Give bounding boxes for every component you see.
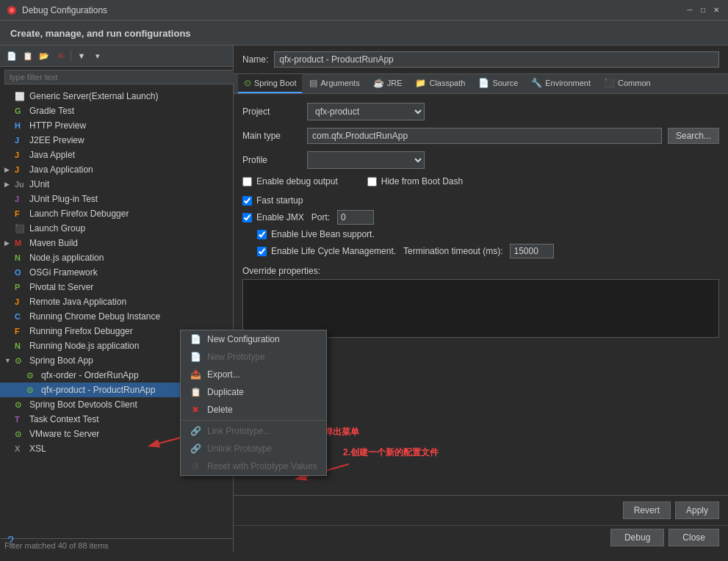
title-bar: Debug Configurations ─ □ ✕: [0, 0, 728, 21]
window-icon: [6, 4, 18, 16]
close-btn[interactable]: ✕: [710, 5, 722, 15]
port-label: Port:: [311, 212, 330, 222]
tree-item-pivotal[interactable]: PPivotal tc Server: [0, 280, 233, 294]
duplicate-btn[interactable]: 📋: [21, 48, 35, 63]
fast-startup-label: Fast startup: [256, 195, 303, 206]
tree-item-launch-group[interactable]: ⬛Launch Group: [0, 221, 233, 236]
tree-item-chrome-debug[interactable]: CRunning Chrome Debug Instance: [0, 309, 233, 324]
help-icon[interactable]: ?: [7, 535, 14, 548]
hide-boot-dash-checkbox[interactable]: [367, 177, 377, 187]
right-panel: Name: ⊙Spring Boot▤Arguments☕JRE📁Classpa…: [234, 46, 728, 552]
tab-classpath[interactable]: 📁Classpath: [409, 74, 471, 93]
revert-apply-row: Revert Apply: [234, 495, 728, 525]
tree-item-http-preview[interactable]: HHTTP Preview: [0, 118, 233, 133]
debug-button[interactable]: Debug: [610, 529, 664, 546]
project-label: Project: [242, 106, 301, 117]
tree-item-j2ee-preview[interactable]: JJ2EE Preview: [0, 133, 233, 148]
context-menu-item-reset-prototype: ↺Reset with Prototype Values: [181, 457, 326, 475]
main-subtitle: Create, manage, and run configurations: [10, 28, 191, 39]
context-menu-item-link-prototype: 🔗Link Prototype...: [181, 422, 326, 440]
filter-btn[interactable]: ▼: [74, 48, 89, 63]
tree-item-java-application[interactable]: ▶JJava Application: [0, 162, 233, 177]
revert-button[interactable]: Revert: [623, 502, 671, 519]
tree-item-generic-server[interactable]: ⬜Generic Server(External Launch): [0, 89, 233, 104]
toolbar: 📄 📋 📂 ✕ ▼ ▾: [0, 46, 233, 67]
context-menu-item-export[interactable]: 📤Export...: [181, 366, 326, 383]
tab-jre[interactable]: ☕JRE: [367, 74, 408, 93]
svg-point-1: [10, 8, 14, 12]
context-menu-item-new-config[interactable]: 📄New Configuration: [181, 330, 326, 348]
context-menu: 📄New Configuration📄New Prototype📤Export.…: [180, 330, 327, 476]
termination-timeout-label: Termination timeout (ms):: [403, 246, 502, 256]
apply-button[interactable]: Apply: [675, 502, 719, 519]
enable-debug-checkbox[interactable]: [242, 177, 252, 187]
tree-item-remote-java[interactable]: JRemote Java Application: [0, 294, 233, 309]
tree-item-launch-firefox[interactable]: FLaunch Firefox Debugger: [0, 206, 233, 221]
lifecycle-label: Enable Life Cycle Management.: [271, 246, 396, 256]
context-menu-item-new-prototype: 📄New Prototype: [181, 348, 326, 366]
project-select[interactable]: qfx-product: [307, 103, 425, 120]
filter-input[interactable]: [4, 70, 237, 84]
main-header: Create, manage, and run configurations: [0, 21, 728, 46]
port-input[interactable]: [337, 210, 374, 225]
live-bean-checkbox[interactable]: [257, 230, 267, 239]
tabs-row: ⊙Spring Boot▤Arguments☕JRE📁Classpath📄Sou…: [234, 74, 728, 94]
context-menu-item-duplicate[interactable]: 📋Duplicate: [181, 383, 326, 401]
live-bean-label: Enable Live Bean support.: [271, 229, 375, 239]
close-button[interactable]: Close: [668, 529, 719, 546]
context-menu-item-unlink-prototype: 🔗Unlink Prototype: [181, 440, 326, 457]
hide-boot-dash-label: Hide from Boot Dash: [381, 176, 463, 187]
search-button[interactable]: Search...: [668, 128, 719, 144]
profile-select[interactable]: [307, 151, 425, 169]
override-area: [242, 279, 719, 338]
minimize-btn[interactable]: ─: [684, 5, 696, 15]
name-input[interactable]: [274, 51, 719, 68]
open-btn[interactable]: 📂: [37, 48, 51, 63]
tab-source[interactable]: 📄Source: [472, 74, 524, 93]
fast-startup-checkbox[interactable]: [242, 196, 252, 206]
main-type-input[interactable]: [307, 128, 662, 144]
override-label: Override properties:: [242, 266, 719, 276]
tab-arguments[interactable]: ▤Arguments: [303, 74, 365, 93]
tree-item-java-applet[interactable]: JJava Applet: [0, 148, 233, 162]
enable-jmx-label: Enable JMX: [256, 212, 304, 222]
status-bar: Filter matched 40 of 88 items: [0, 538, 233, 552]
main-type-label: Main type: [242, 131, 301, 141]
tree-item-nodejs-app[interactable]: NNode.js application: [0, 250, 233, 265]
tree-item-junit[interactable]: ▶JuJUnit: [0, 177, 233, 192]
debug-close-row: Debug Close: [234, 525, 728, 552]
maximize-btn[interactable]: □: [697, 5, 709, 15]
context-menu-sep: [181, 420, 326, 421]
enable-debug-label: Enable debug output: [256, 176, 338, 187]
context-menu-item-delete[interactable]: ✖Delete: [181, 401, 326, 419]
tree-item-maven-build[interactable]: ▶MMaven Build: [0, 236, 233, 250]
delete-btn[interactable]: ✕: [53, 48, 68, 63]
left-panel: 📄 📋 📂 ✕ ▼ ▾ ⬜Generic Server(External Lau…: [0, 46, 234, 552]
tab-environment[interactable]: 🔧Environment: [525, 74, 597, 93]
lifecycle-checkbox[interactable]: [257, 247, 267, 256]
tree-item-junit-plugin[interactable]: JJUnit Plug-in Test: [0, 192, 233, 206]
window-title: Debug Configurations: [22, 5, 684, 15]
new-config-btn[interactable]: 📄: [4, 48, 19, 63]
timeout-input[interactable]: [510, 244, 554, 258]
profile-label: Profile: [242, 155, 301, 165]
tab-common[interactable]: ⬛Common: [598, 74, 657, 93]
tree-item-osgi[interactable]: OOSGi Framework: [0, 265, 233, 280]
name-label: Name:: [242, 54, 268, 65]
collapse-btn[interactable]: ▾: [90, 48, 105, 63]
tab-spring-boot[interactable]: ⊙Spring Boot: [238, 74, 302, 93]
tree-item-gradle-test[interactable]: GGradle Test: [0, 104, 233, 118]
enable-jmx-checkbox[interactable]: [242, 213, 252, 222]
